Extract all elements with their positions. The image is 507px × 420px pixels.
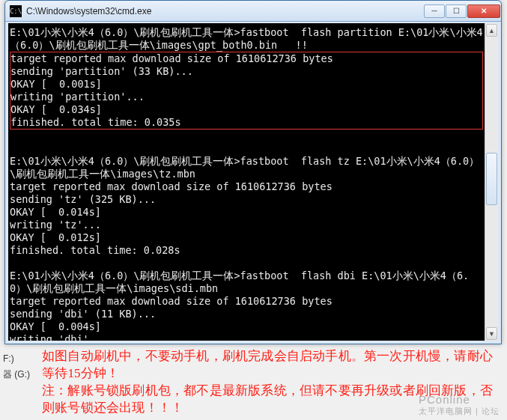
note-line-1: 如图自动刷机中，不要动手机，刷机完成会自启动手机。第一次开机慢，请耐心等待15分… [42,347,501,382]
close-button[interactable]: ✕ [467,4,500,18]
scroll-down-button[interactable]: ▼ [486,327,497,340]
titlebar[interactable]: C:\ C:\Windows\system32\cmd.exe ─ ☐ ✕ [5,1,501,22]
cmd-window: C:\ C:\Windows\system32\cmd.exe ─ ☐ ✕ E:… [4,0,502,344]
drive-label-f[interactable]: F:) [0,349,42,364]
console-area: E:\01小米\小米4（6.0）\刷机包刷机工具一体>fastboot flas… [5,22,501,344]
scroll-thumb[interactable] [486,153,497,205]
drive-label-g[interactable]: 器 (G:) [0,364,42,379]
scroll-up-button[interactable]: ▲ [486,24,497,37]
cmd-block-2: E:\01小米\小米4（6.0）\刷机包刷机工具一体>fastboot flas… [10,155,479,256]
below-window-area: F:) 器 (G:) 如图自动刷机中，不要动手机，刷机完成会自启动手机。第一次开… [0,346,507,420]
note-line-2: 注：解账号锁版刷机包，都不是最新版系统，但请不要再升级或者刷回新版，否则账号锁还… [42,382,501,416]
window-buttons: ─ ☐ ✕ [424,4,500,18]
instruction-note: 如图自动刷机中，不要动手机，刷机完成会自启动手机。第一次开机慢，请耐心等待15分… [42,347,501,416]
highlighted-output: target reported max download size of 161… [10,52,483,130]
maximize-button[interactable]: ☐ [446,4,467,18]
cmd-block-3: E:\01小米\小米4（6.0）\刷机包刷机工具一体>fastboot flas… [10,270,469,341]
console-output[interactable]: E:\01小米\小米4（6.0）\刷机包刷机工具一体>fastboot flas… [8,23,485,341]
explorer-side-labels: F:) 器 (G:) [0,349,42,379]
minimize-button[interactable]: ─ [424,4,445,18]
cmd-line-1: E:\01小米\小米4（6.0）\刷机包刷机工具一体>fastboot flas… [10,26,483,51]
cmd-icon: C:\ [10,5,22,17]
window-title: C:\Windows\system32\cmd.exe [26,6,424,16]
scroll-track[interactable] [486,37,497,326]
vertical-scrollbar[interactable]: ▲ ▼ [485,23,498,341]
